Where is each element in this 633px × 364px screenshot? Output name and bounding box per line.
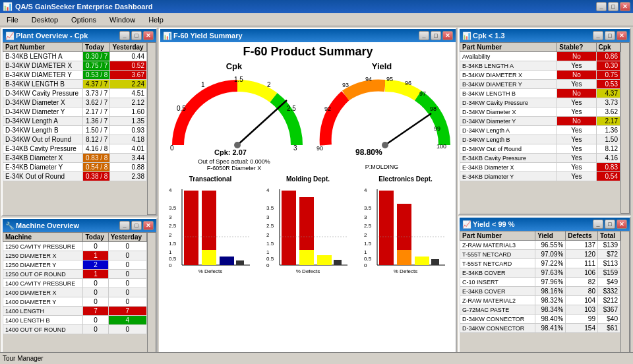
- electronics-chart-svg: 4 3.5 3 2.5 2 1.5 1 0.5 0: [363, 183, 448, 268]
- yield-col-total: Total: [597, 231, 620, 241]
- list-item: B-34KW LENGTH B: [460, 89, 557, 98]
- cpk-close-btn[interactable]: ✕: [617, 31, 627, 40]
- list-item: 106: [566, 268, 598, 278]
- f60-max-btn[interactable]: □: [431, 31, 441, 40]
- machine-min-btn[interactable]: _: [119, 221, 130, 230]
- app-close-btn[interactable]: ✕: [620, 2, 630, 11]
- app-minimize-btn[interactable]: _: [596, 2, 607, 11]
- list-item: 0.86: [596, 52, 620, 61]
- list-item: 0: [108, 279, 146, 288]
- list-item: 99: [566, 315, 598, 324]
- svg-text:2: 2: [169, 232, 172, 238]
- list-item: D-34KW CONNECTOR: [460, 315, 535, 324]
- plant-min-btn[interactable]: _: [119, 31, 130, 40]
- list-item: B-34KW DIAMETER X: [460, 71, 557, 80]
- svg-text:1.5: 1.5: [169, 241, 177, 247]
- yield-scrollbar[interactable]: [620, 231, 630, 356]
- yield-table: Part Number Yield Defects Total Z-RAW MA…: [460, 231, 620, 333]
- menu-options[interactable]: Options: [67, 15, 100, 25]
- svg-rect-73: [431, 259, 439, 265]
- svg-text:2.5: 2.5: [287, 105, 296, 112]
- cpk-min-btn[interactable]: _: [593, 31, 603, 40]
- f60-gauges-row: Cpk 0 0.5 1 1.5 2 2.5 3: [163, 61, 453, 171]
- plant-overview-content: Part Number Today Yesterday B-34KB LENGT…: [3, 42, 156, 215]
- plant-overview-panel: 📈 Plant Overview - Cpk _ □ ✕ Part Number…: [1, 28, 158, 216]
- yield-max-btn[interactable]: □: [605, 220, 615, 229]
- list-item: 97.22%: [535, 259, 566, 268]
- list-item: 98.32%: [535, 296, 566, 305]
- yield-scroll[interactable]: Part Number Yield Defects Total Z-RAW MA…: [460, 231, 620, 356]
- plant-overview-titlebar: 📈 Plant Overview - Cpk _ □ ✕: [3, 29, 156, 42]
- molding-defects-label: % Defects: [296, 268, 320, 274]
- list-item: 1.36: [596, 126, 620, 135]
- yield-close-btn[interactable]: ✕: [617, 220, 627, 229]
- machine-max-btn[interactable]: □: [131, 221, 142, 230]
- svg-text:97: 97: [419, 90, 426, 97]
- cpk-panel-title: Cpk < 1.3: [473, 32, 505, 40]
- list-item: 98.34%: [535, 305, 566, 315]
- plant-close-btn[interactable]: ✕: [143, 31, 154, 40]
- list-item: 4: [108, 316, 146, 325]
- list-item: 8.12: [596, 144, 620, 154]
- list-item: D-34KW Length A: [460, 126, 557, 135]
- list-item: 96.55%: [535, 241, 566, 250]
- svg-rect-36: [202, 191, 216, 250]
- list-item: 0: [108, 260, 146, 270]
- app-maximize-btn[interactable]: □: [608, 2, 618, 11]
- menu-file[interactable]: File: [3, 15, 22, 25]
- f60-min-btn[interactable]: _: [419, 31, 429, 40]
- list-item: $332: [597, 287, 620, 296]
- cpk-max-btn[interactable]: □: [605, 31, 615, 40]
- cpk-label: Cpk: [226, 61, 243, 71]
- list-item: 1.50 / 7: [83, 126, 110, 135]
- menu-window[interactable]: Window: [106, 15, 139, 25]
- list-item: D-34KW Out of Round: [3, 135, 83, 144]
- machine-scrollbar[interactable]: [147, 232, 156, 356]
- list-item: 0.75 / 7: [83, 61, 110, 71]
- yield-gauge-svg: 90 92 93 94 95 96 97 98 99 100: [313, 73, 451, 158]
- list-item: 104: [566, 296, 598, 305]
- list-item: 0: [83, 279, 108, 288]
- svg-rect-71: [397, 250, 411, 265]
- list-item: 4.37 / 7: [83, 80, 110, 89]
- menu-help[interactable]: Help: [144, 15, 167, 25]
- f60-content: F-60 Product Summary Cpk 0 0.5 1: [160, 42, 456, 356]
- list-item: E-34KB Cavity Pressure: [3, 144, 83, 154]
- cpk-table: Part Number Stable? Cpk Availability No …: [460, 42, 620, 181]
- machine-close-btn[interactable]: ✕: [143, 221, 154, 230]
- list-item: 0.75: [596, 71, 620, 80]
- list-item: 1400 CAVITY PRESSURE: [3, 279, 83, 288]
- list-item: 97.09%: [535, 250, 566, 259]
- list-item: 2.12: [110, 98, 147, 107]
- menu-desktop[interactable]: Desktop: [28, 15, 62, 25]
- svg-text:4: 4: [169, 187, 172, 193]
- plant-overview-scroll[interactable]: Part Number Today Yesterday B-34KB LENGT…: [3, 42, 147, 215]
- svg-text:2.5: 2.5: [266, 223, 274, 229]
- list-item: No: [557, 117, 596, 126]
- list-item: 1400 DIAMETER Y: [3, 297, 83, 307]
- list-item: D-34KW CONNECTOR: [460, 324, 535, 333]
- list-item: D-34KW Cavity Pressure: [460, 98, 557, 107]
- list-item: 0.83 / 8: [83, 154, 110, 163]
- list-item: 1.50: [596, 135, 620, 144]
- cpk-scrollbar[interactable]: [620, 42, 630, 214]
- plant-max-btn[interactable]: □: [131, 31, 142, 40]
- list-item: E-34KB COVER: [460, 268, 535, 278]
- plant-scrollbar[interactable]: [147, 42, 156, 215]
- yield-min-btn[interactable]: _: [593, 220, 603, 229]
- list-item: Availability: [460, 52, 557, 61]
- list-item: 0.30 / 7: [83, 52, 110, 61]
- cpk-scroll[interactable]: Part Number Stable? Cpk Availability No …: [460, 42, 620, 214]
- list-item: 0.52: [110, 61, 147, 71]
- list-item: E-34KB Cavity Pressure: [460, 154, 557, 163]
- f60-close-btn[interactable]: ✕: [442, 31, 453, 40]
- cpk-gauge-section: Cpk 0 0.5 1 1.5 2 2.5 3: [163, 61, 305, 171]
- list-item: 0.30: [596, 61, 620, 71]
- list-item: 0: [108, 270, 146, 279]
- svg-text:1.5: 1.5: [364, 241, 372, 247]
- svg-text:98.80%: 98.80%: [355, 148, 382, 157]
- list-item: No: [557, 89, 596, 98]
- svg-text:0: 0: [364, 262, 367, 268]
- machine-overview-scroll[interactable]: Machine Today Yesterday 1250 CAVITY PRES…: [3, 232, 147, 356]
- cpk-titlebar: 📊 Cpk < 1.3 _ □ ✕: [460, 29, 630, 42]
